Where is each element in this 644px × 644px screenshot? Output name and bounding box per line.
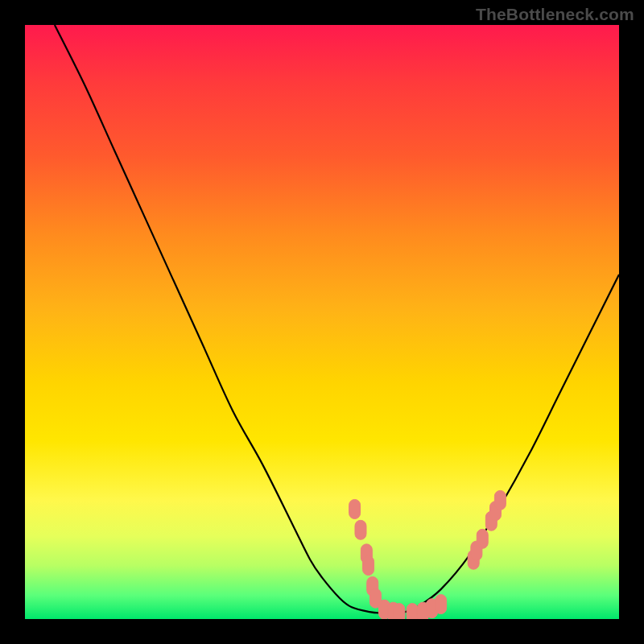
- attribution-label: TheBottleneck.com: [476, 5, 634, 24]
- curve-marker: [494, 490, 506, 510]
- curve-marker: [407, 604, 418, 619]
- bottleneck-chart-svg: [25, 25, 619, 619]
- chart-frame: TheBottleneck.com: [0, 0, 644, 644]
- curve-marker: [436, 595, 447, 614]
- bottleneck-curve: [55, 25, 619, 613]
- plot-area: [25, 25, 619, 619]
- curve-marker: [394, 604, 405, 619]
- curve-marker: [355, 520, 366, 539]
- curve-marker: [477, 529, 488, 548]
- curve-marker: [363, 556, 374, 576]
- curve-marker: [349, 499, 361, 518]
